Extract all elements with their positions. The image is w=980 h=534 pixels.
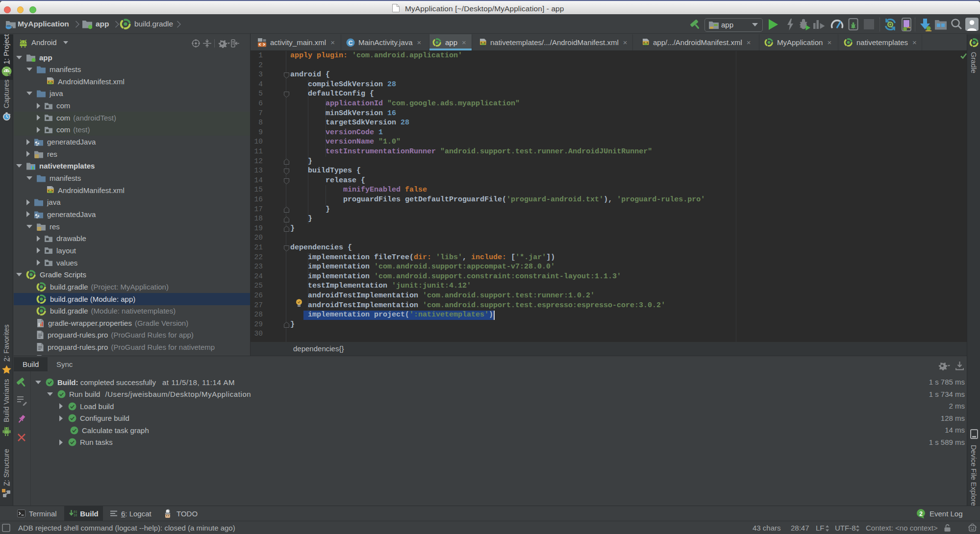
svg-text:C: C (348, 39, 352, 46)
svg-text:01: 01 (74, 510, 77, 514)
svg-text:2: 2 (919, 510, 923, 517)
svg-text:10: 10 (74, 514, 77, 517)
